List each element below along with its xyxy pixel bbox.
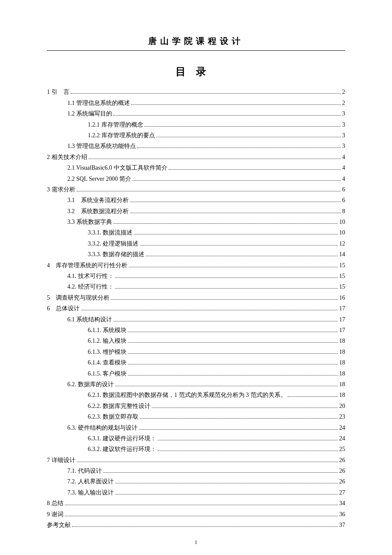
toc-leader [65,505,338,505]
toc-leader [113,115,341,116]
toc-entry: 1 引 言2 [47,87,345,97]
toc-entry: 3.3.3. 数据存储的描述14 [47,250,345,259]
toc-entry: 3.3 系统数据字典10 [47,217,345,227]
toc-page: 23 [339,412,345,422]
toc-entry: 4 库存管理系统的可行性分析15 [47,261,345,270]
toc-label: 1.3 管理信息系统功能特点 [67,142,136,151]
toc-entry: 6 总体设计17 [47,304,345,313]
toc-label: 6.3.1. 建议硬件运行环境： [88,434,156,443]
toc-label: 3.1 系统业务流程分析 [67,196,129,205]
toc-label: 3.3 系统数据字典 [67,217,112,227]
toc-leader [128,375,338,376]
toc-leader [113,321,338,321]
toc-leader [152,408,338,408]
toc-leader [128,364,338,364]
toc-page: 18 [339,390,345,400]
toc-label: 7.2. 人机界面设计 [67,477,114,486]
toc-page: 3 [342,120,345,130]
toc-entry: 4.2. 经济可行性：15 [47,282,345,292]
toc-entry: 2.2 SQL Server 2000 简介4 [47,174,345,184]
toc-entry: 6.3.2. 建议软件运行环境：25 [47,445,345,454]
toc-entry: 参考文献37 [47,520,345,530]
toc-label: 7.1. 代码设计 [67,466,102,476]
toc-leader [115,278,338,278]
toc-entry: 6.2.2. 数据库完整性设计20 [47,402,345,411]
toc-page: 10 [339,228,345,237]
toc-label: 6 总体设计 [47,304,80,313]
toc-page: 37 [339,520,345,530]
toc-page: 2 [342,87,345,97]
toc-page: 24 [339,434,345,443]
toc-label: 6.1.2. 输入模块 [88,336,127,346]
toc-leader [103,472,338,473]
toc-entry: 3.2 系统数据流程分析8 [47,207,345,216]
document-header: 唐山学院课程设计 [47,34,345,51]
toc-page: 20 [339,402,345,411]
toc-label: 3.2 系统数据流程分析 [67,207,129,216]
toc-page: 16 [339,293,345,303]
toc-label: 3.3.1. 数据流描述 [88,228,133,237]
toc-page: 3 [342,109,345,119]
toc-label: 4.2. 经济可行性： [67,282,114,292]
toc-label: 参考文献 [47,520,71,530]
toc-label: 6.2.1. 数据流程图中的数据存储，1 范式的关系规范化分析为 3 范式的关系… [88,390,286,400]
toc-entry: 6.1.3. 维护模块18 [47,347,345,357]
toc-page: 24 [339,423,345,433]
toc-leader [130,213,341,213]
toc-label: 2.1 VisualBasic6.0 中文版工具软件简介 [67,163,167,173]
toc-page: 3 [342,131,345,140]
toc-label: 8 总结 [47,499,63,508]
toc-entry: 3.3.1. 数据流描述10 [47,228,345,237]
toc-label: 6.1.1. 系统模块 [88,326,127,335]
toc-page: 26 [339,477,345,486]
toc-label: 6.2.2. 数据库完整性设计 [88,402,150,411]
toc-leader [158,440,338,440]
toc-label: 6.1.5. 客户模块 [88,369,127,379]
toc-leader [288,396,338,397]
toc-leader [111,299,338,300]
toc-label: 4.1. 技术可行性： [67,272,114,281]
toc-leader [65,516,338,516]
toc-page: 18 [339,358,345,367]
toc-entry: 1.2 系统编写目的3 [47,109,345,119]
toc-page: 25 [339,445,345,454]
toc-label: 3.3.2. 处理逻辑描述 [88,239,138,249]
toc-label: 1.2.2 库存管理系统的要点 [88,131,155,140]
toc-label: 1.2.1 库存管理的概念 [88,120,143,130]
toc-leader [140,418,338,419]
toc-entry: 6.2. 数据库的设计18 [47,380,345,389]
toc-label: 6.1.3. 维护模块 [88,347,127,357]
toc-label: 1.1 管理信息系统的概述 [67,98,130,108]
toc-page: 27 [339,488,345,497]
toc-entry: 6.1.4. 查看模块18 [47,358,345,367]
toc-page: 15 [339,261,345,270]
toc-entry: 1.3 管理信息系统功能特点3 [47,142,345,151]
toc-entry: 6.2.3. 数据立即存取23 [47,412,345,422]
toc-label: 7 详细设计 [47,456,75,465]
toc-entry: 6.3. 硬件结构的规划与设计24 [47,423,345,433]
toc-page: 8 [342,207,345,216]
toc-label: 3.3.3. 数据存储的描述 [88,250,144,259]
toc-leader [71,93,341,94]
toc-entry: 9 谢词36 [47,510,345,519]
toc-entry: 8 总结34 [47,499,345,508]
toc-label: 9 谢词 [47,510,63,519]
toc-leader [72,526,338,527]
toc-leader [139,429,338,430]
toc-page: 18 [339,336,345,346]
toc-leader [158,451,338,451]
toc-leader [115,386,338,386]
toc-leader [133,180,341,181]
toc-page: 6 [342,185,345,194]
toc-leader [113,223,338,224]
toc-entry: 2.1 VisualBasic6.0 中文版工具软件简介4 [47,163,345,173]
toc-container: 1 引 言21.1 管理信息系统的概述21.2 系统编写目的31.2.1 库存管… [47,87,345,530]
toc-entry: 7.1. 代码设计26 [47,466,345,476]
toc-label: 6.3.2. 建议软件运行环境： [88,445,156,454]
toc-entry: 3.1 系统业务流程分析6 [47,196,345,205]
toc-leader [131,104,341,105]
toc-leader [140,245,338,246]
toc-leader [144,126,341,127]
toc-entry: 1.2.1 库存管理的概念3 [47,120,345,130]
toc-page: 15 [339,272,345,281]
